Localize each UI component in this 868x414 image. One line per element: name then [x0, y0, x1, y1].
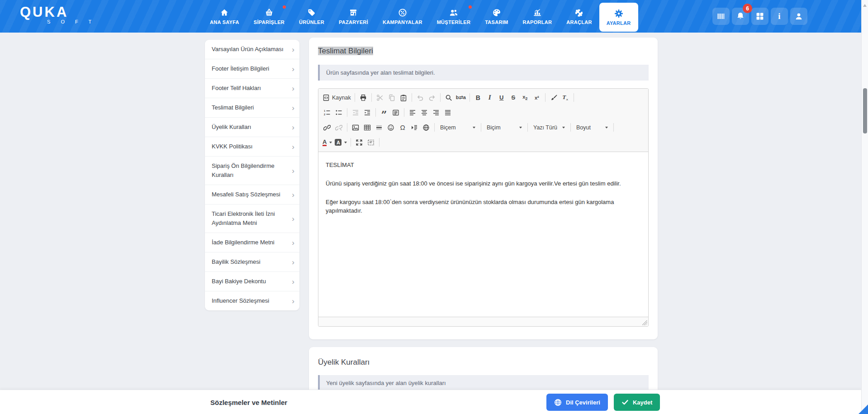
align-right-button[interactable] [430, 107, 442, 118]
div-container-button[interactable] [390, 107, 402, 118]
align-center-button[interactable] [418, 107, 430, 118]
chevron-right-icon: › [292, 46, 294, 53]
chevron-down-icon [329, 142, 332, 143]
scroll-up-arrow-icon[interactable] [863, 4, 867, 7]
bulleted-list-icon [335, 109, 342, 116]
show-blocks-button[interactable] [365, 137, 377, 148]
nav-item-pazaryeri[interactable]: PAZARYERİ [332, 0, 375, 33]
remove-format-button[interactable]: T× [560, 92, 571, 103]
superscript-button[interactable]: x² [531, 92, 543, 103]
account-button[interactable] [790, 8, 807, 25]
nav-item-kampanyalar[interactable]: KAMPANYALAR [375, 0, 430, 33]
sidebar-item-varsayilan-urun-aciklamasi[interactable]: Varsayılan Ürün Açıklaması› [205, 40, 299, 59]
sidebar-item-ticari-elektronik-ileti[interactable]: Ticari Elektronik İleti İzni Aydınlatma … [205, 205, 299, 233]
sidebar-item-iade-bilgilendirme-metni[interactable]: İade Bilgilendirme Metni› [205, 233, 299, 252]
notifications-button[interactable]: 6 [732, 8, 749, 25]
resize-grip[interactable] [642, 320, 647, 325]
storefront-icon [349, 8, 358, 17]
sidebar-item-bayi-bakiye-dekontu[interactable]: Bayi Bakiye Dekontu› [205, 272, 299, 291]
editor-content-area[interactable]: TESLİMAT Ürünü sipariş verdiğiniz gün sa… [318, 152, 648, 317]
sidebar-item-kvkk-politikasi[interactable]: KVKK Politikası› [205, 137, 299, 157]
paste-button[interactable] [398, 92, 409, 103]
size-dropdown-value: Boyut [576, 124, 602, 131]
link-button[interactable] [321, 122, 333, 133]
justify-button[interactable] [442, 107, 454, 118]
sidebar-item-influencer-sozlesmesi[interactable]: Influencer Sözleşmesi› [205, 291, 299, 310]
format-dropdown[interactable]: Biçim [484, 122, 525, 133]
strikethrough-button[interactable]: S [508, 92, 519, 103]
subscript-button[interactable]: x2 [519, 92, 531, 103]
subscript-icon: x2 [522, 94, 527, 101]
barcode-button[interactable] [712, 8, 730, 25]
info-button[interactable]: i [771, 8, 788, 25]
outdent-button[interactable] [350, 107, 361, 118]
paste-icon [400, 94, 407, 101]
nav-item-urunler[interactable]: ÜRÜNLER [292, 0, 332, 33]
sidebar-item-bayilik-sozlesmesi[interactable]: Bayilik Sözleşmesi› [205, 252, 299, 272]
undo-button[interactable] [414, 92, 426, 103]
underline-button[interactable]: U [496, 92, 508, 103]
div-container-icon [392, 109, 399, 116]
sidebar-item-mesafeli-satis-sozlesmesi[interactable]: Mesafeli Satış Sözleşmesi› [205, 185, 299, 205]
indent-button[interactable] [361, 107, 373, 118]
sidebar-item-uyelik-kurallari[interactable]: Üyelik Kuralları› [205, 118, 299, 137]
editor-paragraph: Eğer kargoyu saat 18:00`den sonra verdiy… [326, 198, 641, 215]
sidebar-item-footer-telif-haklari[interactable]: Footer Telif Hakları› [205, 79, 299, 98]
print-button[interactable] [357, 92, 369, 103]
sidebar-item-footer-iletisim-bilgileri[interactable]: Footer İletişim Bilgileri› [205, 59, 299, 79]
maximize-button[interactable] [353, 137, 365, 148]
replace-button[interactable]: b⇄a [455, 92, 467, 103]
bulleted-list-button[interactable] [333, 107, 345, 118]
horizontal-rule-button[interactable] [373, 122, 385, 133]
copy-formatting-button[interactable] [548, 92, 560, 103]
blockquote-button[interactable]: ” [378, 107, 390, 118]
redo-button[interactable] [426, 92, 438, 103]
sidebar-item-teslimat-bilgileri[interactable]: Teslimat Bilgileri› [205, 98, 299, 118]
save-button[interactable]: Kaydet [614, 394, 660, 411]
blockquote-icon: ” [381, 109, 387, 117]
cut-button[interactable] [374, 92, 386, 103]
italic-button[interactable]: I [484, 92, 496, 103]
background-color-button[interactable]: A [333, 137, 348, 148]
percent-icon [398, 8, 407, 17]
unlink-button[interactable] [333, 122, 345, 133]
horizontal-rule-icon [375, 124, 383, 131]
copy-button[interactable] [386, 92, 398, 103]
style-dropdown[interactable]: Biçem [437, 122, 479, 133]
language-translations-button[interactable]: Dil Çevirileri [546, 394, 608, 411]
bold-button[interactable]: B [472, 92, 484, 103]
sidebar-item-siparis-on-bilgilendirme[interactable]: Sipariş Ön Bilgilendirme Kuralları› [205, 157, 299, 185]
globe-tool-button[interactable] [420, 122, 432, 133]
nav-item-raporlar[interactable]: RAPORLAR [516, 0, 560, 33]
nav-item-siparisler[interactable]: SİPARİŞLER [247, 0, 292, 33]
nav-label: MÜŞTERİLER [437, 19, 471, 25]
chevron-right-icon: › [292, 191, 294, 199]
page-break-button[interactable] [408, 122, 420, 133]
text-color-button[interactable]: A [321, 137, 333, 148]
source-button[interactable]: Kaynak [321, 92, 352, 103]
font-dropdown[interactable]: Yazı Türü [530, 122, 568, 133]
numbered-list-button[interactable]: 12 [321, 107, 333, 118]
corner-fold-widget[interactable] [859, 404, 868, 414]
scrollbar-thumb[interactable] [863, 88, 867, 133]
text-color-icon: A [323, 139, 327, 146]
nav-item-ana-sayfa[interactable]: ANA SAYFA [203, 0, 247, 33]
size-dropdown[interactable]: Boyut [573, 122, 611, 133]
page-scrollbar[interactable] [861, 0, 868, 414]
sidebar-item-label: İade Bilgilendirme Metni [212, 239, 275, 246]
outdent-icon [352, 109, 359, 116]
align-left-button[interactable] [407, 107, 418, 118]
smiley-button[interactable] [385, 122, 397, 133]
nav-item-araclar[interactable]: ARAÇLAR [559, 0, 599, 33]
indent-icon [364, 109, 371, 116]
table-button[interactable] [361, 122, 373, 133]
nav-item-tasarim[interactable]: TASARIM [478, 0, 515, 33]
sidebar-item-label: Üyelik Kuralları [212, 124, 251, 130]
apps-button[interactable] [751, 8, 768, 25]
nav-item-musteriler[interactable]: MÜŞTERİLER [430, 0, 478, 33]
find-button[interactable] [443, 92, 455, 103]
image-button[interactable] [350, 122, 361, 133]
brand-logo[interactable]: QUKA S O F T [20, 5, 96, 24]
special-character-button[interactable]: Ω [397, 122, 408, 133]
nav-item-ayarlar[interactable]: AYARLAR [599, 3, 638, 32]
